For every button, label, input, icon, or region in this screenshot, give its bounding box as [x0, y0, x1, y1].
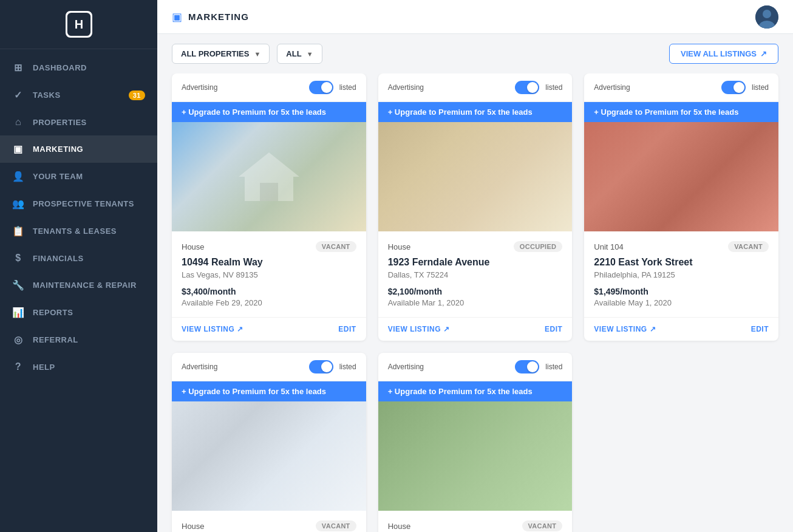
card-footer-2: VIEW LISTING ↗ EDIT — [378, 317, 573, 341]
sidebar-item-tasks[interactable]: ✓ TASKS 31 — [0, 81, 157, 109]
all-properties-dropdown[interactable]: ALL PROPERTIES ▼ — [172, 44, 270, 64]
logo-icon: H — [66, 11, 92, 38]
marketing-icon: ▣ — [12, 143, 24, 155]
all-filter-dropdown[interactable]: ALL ▼ — [277, 44, 322, 64]
cards-area: Advertising listed + Upgrade to Premium … — [157, 73, 793, 532]
upgrade-banner-3[interactable]: + Upgrade to Premium for 5x the leads — [584, 102, 778, 122]
upgrade-banner-2[interactable]: + Upgrade to Premium for 5x the leads — [378, 102, 573, 122]
card-top-4: Advertising listed — [172, 353, 366, 381]
card-type-row-3: Unit 104 VACANT — [594, 241, 769, 252]
advertising-label-1: Advertising — [182, 83, 217, 92]
status-badge-5: VACANT — [522, 520, 563, 531]
upgrade-banner-5[interactable]: + Upgrade to Premium for 5x the leads — [378, 381, 573, 401]
property-image-4 — [172, 401, 366, 511]
advertising-label-4: Advertising — [182, 363, 217, 371]
card-type-row-2: House OCCUPIED — [388, 241, 563, 252]
property-card-1: Advertising listed + Upgrade to Premium … — [172, 73, 366, 341]
card-body-3: Unit 104 VACANT 2210 East York Street Ph… — [584, 231, 778, 317]
upgrade-banner-4[interactable]: + Upgrade to Premium for 5x the leads — [172, 381, 366, 401]
your-team-icon: 👤 — [12, 171, 24, 182]
sidebar-item-reports[interactable]: 📊 REPORTS — [0, 299, 157, 326]
card-top-right-3: listed — [721, 81, 769, 94]
header-marketing-icon: ▣ — [172, 10, 182, 24]
card-top-right-2: listed — [515, 81, 562, 94]
help-icon: ? — [12, 361, 24, 372]
sidebar-item-referral[interactable]: ◎ REFERRAL — [0, 326, 157, 353]
sidebar-item-label: MARKETING — [33, 145, 83, 154]
card-type-row-1: House VACANT — [182, 241, 356, 252]
property-address-2: 1923 Ferndale Avenue — [388, 257, 563, 268]
status-badge-2: OCCUPIED — [514, 241, 562, 252]
edit-button-1[interactable]: EDIT — [338, 325, 356, 333]
card-top-1: Advertising listed — [172, 73, 366, 102]
status-badge-1: VACANT — [316, 241, 356, 252]
advertising-toggle-4[interactable] — [309, 360, 333, 373]
sidebar-item-tenants-leases[interactable]: 📋 TENANTS & LEASES — [0, 217, 157, 245]
page-header: ▣ MARKETING — [157, 0, 793, 34]
sidebar-logo: H — [0, 0, 157, 49]
property-type-2: House — [388, 242, 411, 251]
property-availability-3: Available May 1, 2020 — [594, 298, 769, 307]
listed-label-5: listed — [545, 363, 562, 371]
property-image-5 — [378, 401, 573, 511]
card-type-row-5: House VACANT — [388, 520, 563, 531]
view-listing-button-1[interactable]: VIEW LISTING ↗ — [182, 325, 243, 333]
property-type-4: House — [182, 522, 205, 531]
property-availability-1: Available Feb 29, 2020 — [182, 298, 356, 307]
property-city-1: Las Vegas, NV 89135 — [182, 270, 356, 279]
view-listing-button-2[interactable]: VIEW LISTING ↗ — [388, 325, 450, 333]
listed-label-1: listed — [339, 83, 356, 92]
property-image-2 — [378, 122, 573, 231]
listed-label-4: listed — [339, 363, 356, 371]
sidebar: H ⊞ DASHBOARD ✓ TASKS 31 ⌂ PROPERTIES ▣ … — [0, 0, 157, 532]
property-type-3: Unit 104 — [594, 242, 623, 251]
property-price-1: $3,400/month — [182, 287, 356, 296]
view-listing-button-3[interactable]: VIEW LISTING ↗ — [594, 325, 656, 333]
advertising-label-2: Advertising — [388, 83, 424, 92]
sidebar-item-label: REPORTS — [33, 308, 73, 317]
avatar[interactable] — [755, 5, 778, 29]
sidebar-item-properties[interactable]: ⌂ PROPERTIES — [0, 109, 157, 135]
external-link-icon: ↗ — [760, 49, 767, 58]
advertising-label-3: Advertising — [594, 83, 630, 92]
card-body-4: House VACANT 4521 Maple Drive Phoenix, A… — [172, 511, 366, 532]
sidebar-item-dashboard[interactable]: ⊞ DASHBOARD — [0, 54, 157, 81]
sidebar-item-label: REFERRAL — [33, 335, 78, 344]
advertising-toggle-5[interactable] — [515, 360, 539, 373]
edit-button-3[interactable]: EDIT — [751, 325, 769, 333]
tasks-badge: 31 — [129, 90, 145, 100]
view-all-listings-button[interactable]: VIEW ALL LISTINGS ↗ — [669, 44, 778, 64]
sidebar-item-your-team[interactable]: 👤 YOUR TEAM — [0, 163, 157, 190]
sidebar-item-label: FINANCIALS — [33, 254, 84, 263]
toolbar: ALL PROPERTIES ▼ ALL ▼ VIEW ALL LISTINGS… — [157, 34, 793, 73]
advertising-toggle-3[interactable] — [721, 81, 746, 94]
upgrade-banner-1[interactable]: + Upgrade to Premium for 5x the leads — [172, 102, 366, 122]
property-address-3: 2210 East York Street — [594, 257, 769, 268]
sidebar-item-label: PROPERTIES — [33, 118, 87, 127]
header-left: ▣ MARKETING — [172, 10, 249, 24]
status-badge-4: VACANT — [316, 520, 356, 531]
property-availability-2: Available Mar 1, 2020 — [388, 298, 563, 307]
sidebar-item-help[interactable]: ? HELP — [0, 353, 157, 380]
card-footer-1: VIEW LISTING ↗ EDIT — [172, 317, 366, 341]
sidebar-item-label: HELP — [33, 363, 55, 372]
sidebar-item-marketing[interactable]: ▣ MARKETING — [0, 135, 157, 163]
svg-point-3 — [763, 10, 771, 18]
sidebar-navigation: ⊞ DASHBOARD ✓ TASKS 31 ⌂ PROPERTIES ▣ MA… — [0, 49, 157, 532]
tenants-leases-icon: 📋 — [12, 225, 24, 237]
sidebar-item-maintenance-repair[interactable]: 🔧 MAINTENANCE & REPAIR — [0, 271, 157, 299]
sidebar-item-label: DASHBOARD — [33, 63, 87, 72]
property-type-1: House — [182, 242, 205, 251]
advertising-toggle-2[interactable] — [515, 81, 539, 94]
sidebar-item-prospective-tenants[interactable]: 👥 PROSPECTIVE TENANTS — [0, 190, 157, 217]
sidebar-item-label: PROSPECTIVE TENANTS — [33, 199, 134, 208]
card-body-1: House VACANT 10494 Realm Way Las Vegas, … — [172, 231, 366, 317]
advertising-toggle-1[interactable] — [309, 81, 333, 94]
sidebar-item-financials[interactable]: $ FINANCIALS — [0, 245, 157, 271]
external-link-icon: ↗ — [443, 325, 450, 333]
card-top-right-1: listed — [309, 81, 356, 94]
property-image-1 — [172, 122, 366, 231]
dropdown-arrow: ▼ — [254, 50, 260, 58]
edit-button-2[interactable]: EDIT — [545, 325, 562, 333]
card-top-5: Advertising listed — [378, 353, 573, 381]
